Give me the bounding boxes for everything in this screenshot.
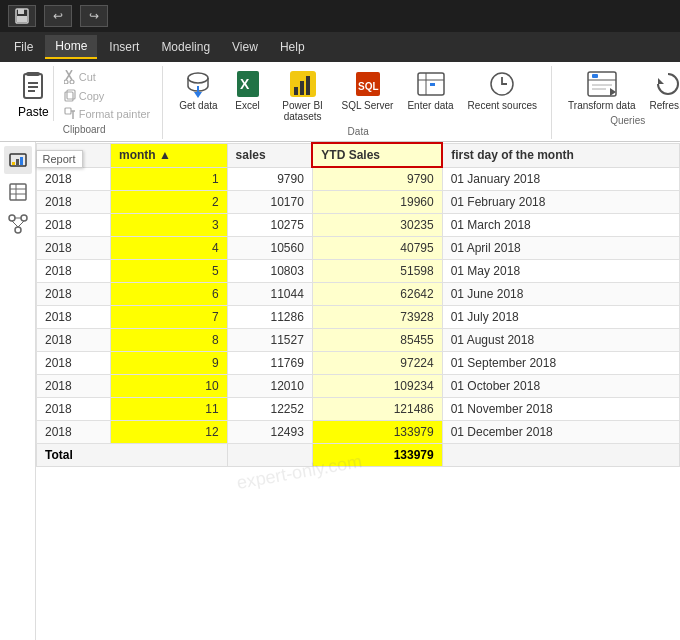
table-row: 20183102753023501 March 2018 — [37, 214, 680, 237]
left-sidebar: Report — [0, 142, 36, 640]
table-row: 20189117699722401 September 2018 — [37, 352, 680, 375]
table-row: 20182101701996001 February 2018 — [37, 191, 680, 214]
total-sales — [227, 444, 312, 467]
svg-rect-35 — [592, 74, 598, 78]
ribbon: Paste Cut — [0, 62, 680, 142]
menu-bar: File Home Insert Modeling View Help — [0, 32, 680, 62]
svg-point-10 — [64, 80, 68, 84]
svg-rect-6 — [28, 86, 38, 88]
get-data-button[interactable]: Get data — [173, 66, 223, 113]
svg-marker-39 — [658, 78, 664, 84]
svg-rect-12 — [65, 92, 73, 101]
table-row: 20184105604079501 April 2018 — [37, 237, 680, 260]
enter-data-button[interactable]: Enter data — [401, 66, 459, 113]
svg-line-51 — [12, 221, 18, 227]
copy-button[interactable]: Copy — [60, 87, 155, 104]
model-view-icon[interactable] — [4, 210, 32, 238]
table-row: 2018101201010923401 October 2018 — [37, 375, 680, 398]
col-first-day: first day of the month — [442, 143, 679, 167]
header-row: year month ▲ sales YTD Sales first day o… — [37, 143, 680, 167]
svg-rect-1 — [18, 9, 24, 14]
menu-modeling[interactable]: Modeling — [151, 36, 220, 58]
table-footer: Total 133979 — [37, 444, 680, 467]
report-view-icon[interactable]: Report — [4, 146, 32, 174]
col-ytd-sales: YTD Sales — [312, 143, 442, 167]
menu-help[interactable]: Help — [270, 36, 315, 58]
redo-button[interactable]: ↪ — [80, 5, 108, 27]
svg-rect-5 — [28, 82, 38, 84]
clipboard-group: Paste Cut — [6, 66, 163, 139]
table-row: 20185108035159801 May 2018 — [37, 260, 680, 283]
total-firstday — [442, 444, 679, 467]
table-body: 201819790979001 January 2018201821017019… — [37, 167, 680, 444]
svg-line-52 — [18, 221, 24, 227]
report-tooltip: Report — [36, 150, 83, 168]
total-ytd: 133979 — [312, 444, 442, 467]
save-button[interactable] — [8, 5, 36, 27]
data-view-icon[interactable] — [4, 178, 32, 206]
refresh-button[interactable]: Refres... — [644, 66, 680, 113]
svg-point-50 — [15, 227, 21, 233]
paste-button[interactable]: Paste — [14, 66, 54, 121]
menu-home[interactable]: Home — [45, 35, 97, 59]
transform-data-button[interactable]: Transform data — [562, 66, 641, 113]
svg-rect-41 — [12, 162, 15, 165]
menu-view[interactable]: View — [222, 36, 268, 58]
table-row: 20187112867392801 July 2018 — [37, 306, 680, 329]
powerbi-datasets-button[interactable]: Power BI datasets — [272, 66, 334, 124]
svg-rect-13 — [67, 90, 75, 99]
svg-marker-19 — [194, 92, 202, 98]
svg-rect-31 — [430, 83, 435, 86]
svg-text:X: X — [240, 76, 250, 92]
main-area: year month ▲ sales YTD Sales first day o… — [36, 142, 680, 640]
svg-rect-2 — [17, 16, 27, 22]
col-month[interactable]: month ▲ — [110, 143, 227, 167]
svg-point-11 — [70, 80, 74, 84]
table-row: 2018121249313397901 December 2018 — [37, 421, 680, 444]
format-painter-button[interactable]: Format painter — [60, 105, 155, 122]
menu-insert[interactable]: Insert — [99, 36, 149, 58]
total-label: Total — [37, 444, 228, 467]
footer-row: Total 133979 — [37, 444, 680, 467]
undo-button[interactable]: ↩ — [44, 5, 72, 27]
svg-point-48 — [9, 215, 15, 221]
col-sales: sales — [227, 143, 312, 167]
svg-rect-7 — [28, 90, 35, 92]
svg-rect-14 — [65, 108, 71, 114]
content-area: Report year — [0, 142, 680, 640]
data-table: year month ▲ sales YTD Sales first day o… — [36, 142, 680, 467]
svg-point-17 — [188, 73, 208, 83]
sql-server-button[interactable]: SQL SQL Server — [336, 66, 400, 113]
title-bar: ↩ ↪ — [0, 0, 680, 32]
table-row: 20186110446264201 June 2018 — [37, 283, 680, 306]
svg-text:SQL: SQL — [358, 81, 379, 92]
cut-button[interactable]: Cut — [60, 68, 155, 86]
table-row: 20188115278545501 August 2018 — [37, 329, 680, 352]
queries-group: Transform data Refres... Queries — [554, 66, 680, 139]
excel-button[interactable]: X Excel — [226, 66, 270, 113]
svg-rect-24 — [300, 81, 304, 95]
svg-rect-43 — [20, 157, 23, 165]
table-row: 2018111225212148601 November 2018 — [37, 398, 680, 421]
svg-rect-42 — [16, 159, 19, 165]
data-group: Get data X Excel — [165, 66, 552, 139]
svg-point-49 — [21, 215, 27, 221]
svg-rect-44 — [10, 184, 26, 200]
svg-rect-25 — [306, 76, 310, 95]
table-header: year month ▲ sales YTD Sales first day o… — [37, 143, 680, 167]
table-row: 201819790979001 January 2018 — [37, 167, 680, 191]
svg-rect-23 — [294, 87, 298, 95]
recent-sources-button[interactable]: Recent sources — [462, 66, 543, 113]
menu-file[interactable]: File — [4, 36, 43, 58]
